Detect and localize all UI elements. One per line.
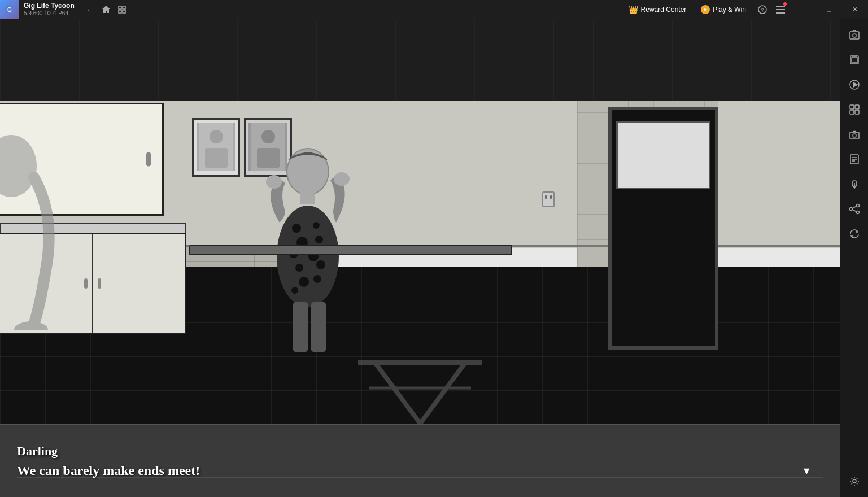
dialogue-box[interactable]: Darling We can barely make ends meet! ▼ — [0, 424, 840, 497]
svg-rect-15 — [852, 57, 857, 63]
app-version: 5.9.600.1001 P64 — [24, 10, 75, 17]
kitchen-island — [189, 245, 512, 255]
svg-point-58 — [334, 172, 350, 186]
crown-icon: 👑 — [629, 5, 638, 14]
svg-text:?: ? — [761, 7, 764, 13]
svg-point-30 — [856, 211, 859, 214]
window-controls: ─ □ ✕ — [790, 0, 868, 19]
svg-rect-60 — [311, 302, 326, 352]
home-button[interactable] — [99, 3, 113, 16]
app-icon: G — [0, 0, 19, 19]
svg-point-40 — [0, 135, 37, 197]
svg-marker-6 — [704, 8, 707, 11]
svg-rect-20 — [850, 110, 854, 114]
svg-point-49 — [315, 236, 323, 243]
app-info: Gig Life Tycoon 5.9.600.1001 P64 — [19, 1, 79, 18]
door-frame — [608, 107, 718, 350]
play-win-button[interactable]: Play & Win — [694, 0, 753, 19]
nav-controls: ← — [79, 3, 133, 16]
svg-marker-17 — [853, 82, 857, 87]
svg-rect-44 — [300, 193, 315, 204]
close-button[interactable]: ✕ — [842, 0, 868, 19]
reward-center-button[interactable]: 👑 Reward Center — [622, 0, 693, 19]
speaker-name: Darling — [17, 444, 823, 459]
screenshot-button[interactable] — [843, 24, 866, 46]
help-button[interactable]: ? — [754, 0, 771, 19]
location-button[interactable] — [843, 173, 866, 195]
sync-button[interactable] — [843, 223, 866, 245]
svg-point-55 — [313, 275, 321, 283]
svg-rect-12 — [850, 32, 859, 39]
ceiling — [0, 19, 840, 101]
menu-button[interactable] — [772, 0, 789, 19]
svg-rect-4 — [119, 10, 121, 13]
svg-rect-36 — [205, 148, 228, 168]
title-bar-right: 👑 Reward Center Play & Win ? — [622, 0, 868, 19]
svg-rect-5 — [123, 10, 125, 13]
svg-point-41 — [14, 321, 48, 330]
svg-rect-59 — [293, 302, 308, 352]
outlet — [542, 191, 555, 207]
minimize-button[interactable]: ─ — [790, 0, 816, 19]
share-button[interactable] — [843, 198, 866, 220]
history-button[interactable] — [115, 3, 129, 16]
svg-point-52 — [295, 264, 303, 272]
svg-point-54 — [299, 277, 309, 287]
camera-button[interactable] — [843, 123, 866, 146]
svg-text:G: G — [7, 7, 12, 13]
game-viewport[interactable]: Darling We can barely make ends meet! ▼ — [0, 19, 840, 497]
svg-rect-2 — [119, 6, 121, 9]
left-figure — [0, 132, 73, 367]
svg-rect-19 — [855, 105, 859, 109]
svg-point-38 — [261, 130, 275, 143]
svg-point-45 — [277, 206, 339, 307]
dialogue-advance-arrow[interactable]: ▼ — [801, 465, 812, 477]
svg-point-57 — [266, 175, 282, 189]
play-win-icon — [701, 5, 710, 14]
settings-button[interactable] — [843, 470, 866, 492]
svg-line-62 — [420, 363, 465, 424]
svg-point-22 — [853, 134, 856, 137]
svg-point-35 — [210, 130, 223, 143]
svg-point-53 — [316, 260, 325, 269]
record-button[interactable] — [843, 73, 866, 96]
svg-point-28 — [856, 204, 859, 207]
svg-rect-9 — [776, 6, 785, 7]
svg-rect-10 — [776, 9, 785, 10]
svg-line-61 — [375, 363, 420, 424]
script-button[interactable] — [843, 148, 866, 171]
right-sidebar — [840, 19, 868, 497]
svg-rect-21 — [855, 110, 859, 114]
svg-point-46 — [292, 224, 301, 233]
game-scene: Darling We can barely make ends meet! ▼ — [0, 19, 840, 497]
maximize-button[interactable]: □ — [816, 0, 842, 19]
cabinet-handle — [146, 152, 151, 167]
svg-line-32 — [852, 210, 856, 212]
notification-dot — [783, 2, 787, 6]
svg-line-31 — [852, 206, 856, 208]
app-title: Gig Life Tycoon — [24, 2, 75, 10]
svg-point-47 — [313, 222, 320, 229]
svg-point-13 — [853, 34, 856, 37]
dialogue-text: We can barely make ends meet! — [17, 463, 823, 478]
controls-button[interactable] — [843, 98, 866, 121]
svg-rect-18 — [850, 105, 854, 109]
svg-point-33 — [853, 479, 856, 483]
bottom-chair — [358, 351, 482, 425]
play-win-label: Play & Win — [713, 6, 746, 14]
svg-rect-11 — [776, 12, 785, 14]
svg-point-56 — [291, 287, 298, 294]
reward-center-label: Reward Center — [641, 6, 687, 14]
back-button[interactable]: ← — [84, 3, 97, 16]
door-window — [616, 121, 710, 189]
svg-rect-3 — [123, 6, 125, 9]
title-bar: G Gig Life Tycoon 5.9.600.1001 P64 ← 👑 R… — [0, 0, 868, 19]
picture-frame-1 — [192, 118, 240, 177]
layers-button[interactable] — [843, 49, 866, 71]
svg-point-29 — [849, 208, 852, 211]
